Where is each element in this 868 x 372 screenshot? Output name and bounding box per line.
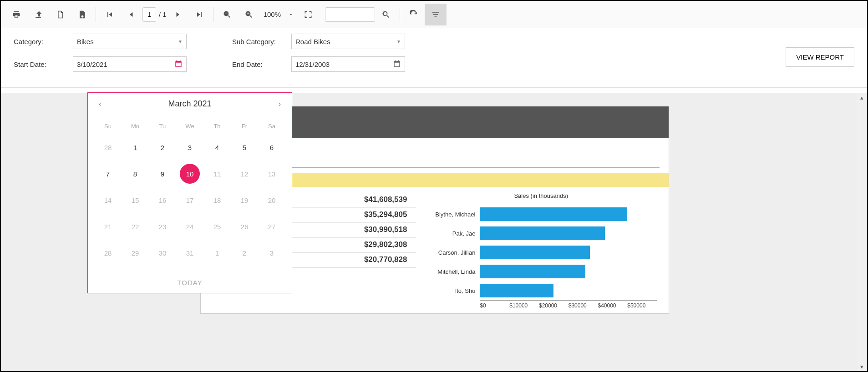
calendar-day[interactable]: 14	[94, 187, 122, 213]
sales-value: $30,990,518	[364, 225, 416, 234]
calendar-day[interactable]: 23	[149, 213, 176, 240]
document-button[interactable]	[49, 4, 71, 25]
calendar-day[interactable]: 31	[176, 240, 203, 266]
calendar-day[interactable]: 7	[94, 161, 122, 187]
parameters-panel: Category: Bikes ▼ Sub Category: Road Bik…	[1, 28, 867, 88]
chart-tick: $0	[480, 302, 509, 309]
zoom-in-button[interactable]	[238, 4, 260, 25]
separator	[400, 7, 400, 22]
calendar-day[interactable]: 17	[176, 187, 203, 213]
calendar-day[interactable]: 6	[258, 134, 285, 161]
calendar-day[interactable]: 5	[231, 134, 258, 161]
today-button[interactable]: TODAY	[88, 272, 292, 293]
enddate-field[interactable]: 12/31/2003	[291, 56, 405, 72]
category-label: Category:	[14, 38, 73, 45]
page-total-label: / 1	[159, 10, 167, 18]
startdate-field[interactable]: 3/10/2021	[73, 56, 187, 72]
calendar-day[interactable]: 16	[149, 187, 176, 213]
search-button[interactable]	[375, 4, 397, 25]
chevron-down-icon: ▼	[178, 39, 183, 44]
chart-bar	[480, 246, 589, 259]
chart-tick: $30000	[569, 302, 598, 309]
calendar-dow: Su	[94, 118, 122, 134]
calendar-dow: Mo	[122, 118, 149, 134]
calendar-day[interactable]: 30	[149, 240, 176, 266]
calendar-day[interactable]: 18	[203, 187, 231, 213]
chart-bar	[480, 265, 585, 278]
calendar-day[interactable]: 28	[94, 134, 122, 161]
zoom-dropdown-button[interactable]	[284, 4, 297, 25]
print-button[interactable]	[5, 4, 27, 25]
chart-category-label: Pak, Jae	[425, 230, 480, 237]
refresh-button[interactable]	[403, 4, 425, 25]
calendar-dow: We	[176, 118, 203, 134]
calendar-day[interactable]: 4	[203, 134, 231, 161]
calendar-day[interactable]: 29	[122, 240, 149, 266]
chart-row: Blythe, Michael	[425, 205, 657, 224]
datepicker-popup: ‹ March 2021 › SuMoTuWeThFrSa28123456789…	[87, 92, 292, 293]
calendar-day[interactable]: 21	[94, 213, 122, 240]
calendar-day[interactable]: 12	[231, 161, 258, 187]
chart-category-label: Mitchell, Linda	[425, 268, 480, 275]
export-button[interactable]	[27, 4, 49, 25]
calendar-day[interactable]: 13	[258, 161, 285, 187]
calendar-day[interactable]: 3	[258, 240, 285, 266]
next-page-button[interactable]	[167, 4, 188, 25]
zoom-out-button[interactable]	[216, 4, 238, 25]
prev-page-button[interactable]	[121, 4, 142, 25]
vertical-scrollbar[interactable]: ▴ ▾	[857, 93, 866, 371]
calendar-icon[interactable]	[174, 60, 183, 69]
page-setup-button[interactable]	[71, 4, 93, 25]
scroll-up-icon[interactable]: ▴	[857, 93, 866, 102]
scroll-down-icon[interactable]: ▾	[857, 362, 866, 371]
toolbar: / 1 100%	[1, 1, 867, 28]
chart-row: Mitchell, Linda	[425, 262, 657, 281]
calendar-day[interactable]: 8	[122, 161, 149, 187]
chart-category-label: Carson, Jillian	[425, 249, 480, 256]
chart-tick: $20000	[539, 302, 569, 309]
calendar-day[interactable]: 1	[122, 134, 149, 161]
calendar-day[interactable]: 25	[203, 213, 231, 240]
calendar-day[interactable]: 26	[231, 213, 258, 240]
calendar-day[interactable]: 28	[94, 240, 122, 266]
page-number-input[interactable]	[142, 7, 156, 22]
calendar-day[interactable]: 1	[203, 240, 231, 266]
next-month-button[interactable]: ›	[279, 100, 281, 108]
first-page-button[interactable]	[99, 4, 121, 25]
calendar-day[interactable]: 9	[149, 161, 176, 187]
chart-bar	[480, 284, 553, 297]
chart-bar	[480, 226, 605, 240]
parameters-toggle-button[interactable]	[425, 4, 447, 25]
chart-row: Ito, Shu	[425, 281, 657, 300]
last-page-button[interactable]	[188, 4, 210, 25]
calendar-day[interactable]: 3	[176, 134, 203, 161]
subcategory-dropdown[interactable]: Road Bikes ▼	[291, 34, 405, 49]
calendar-day[interactable]: 22	[122, 213, 149, 240]
calendar-day[interactable]: 24	[176, 213, 203, 240]
chart-tick: $40000	[598, 302, 628, 309]
calendar-day[interactable]: 2	[231, 240, 258, 266]
calendar-title[interactable]: March 2021	[168, 99, 211, 109]
subcategory-value: Road Bikes	[295, 38, 330, 45]
calendar-day[interactable]: 15	[122, 187, 149, 213]
prev-month-button[interactable]: ‹	[99, 100, 101, 108]
view-report-button[interactable]: VIEW REPORT	[786, 47, 854, 67]
calendar-day[interactable]: 20	[258, 187, 285, 213]
category-value: Bikes	[77, 38, 94, 45]
separator	[322, 7, 322, 22]
category-dropdown[interactable]: Bikes ▼	[73, 34, 187, 49]
calendar-dow: Tu	[149, 118, 176, 134]
calendar-day[interactable]: 10	[176, 161, 203, 187]
calendar-dow: Fr	[231, 118, 258, 134]
chart-tick: $50000	[627, 302, 657, 309]
calendar-day[interactable]: 27	[258, 213, 285, 240]
calendar-day[interactable]: 2	[149, 134, 176, 161]
chart-row: Carson, Jillian	[425, 243, 657, 262]
fit-page-button[interactable]	[297, 4, 319, 25]
calendar-day[interactable]: 19	[231, 187, 258, 213]
chart-x-axis: $0$10000$20000$30000$40000$50000	[480, 300, 657, 309]
chart-tick: $10000	[509, 302, 539, 309]
search-input[interactable]	[325, 7, 375, 22]
calendar-icon[interactable]	[393, 60, 401, 69]
calendar-day[interactable]: 11	[203, 161, 231, 187]
